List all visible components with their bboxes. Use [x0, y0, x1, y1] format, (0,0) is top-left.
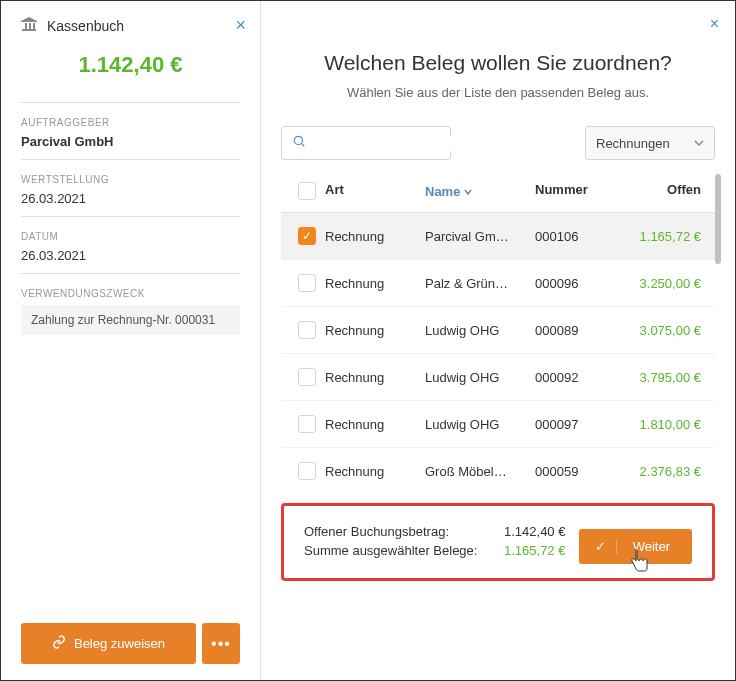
chevron-down-icon [694, 136, 704, 151]
field-value: 26.03.2021 [21, 191, 240, 206]
table-body: ✓RechnungParcival Gm…0001061.165,72 €Rec… [281, 213, 715, 493]
table-row[interactable]: RechnungLudwig OHG0000893.075,00 € [281, 307, 715, 354]
table-row[interactable]: RechnungLudwig OHG0000971.810,00 € [281, 401, 715, 448]
row-checkbox[interactable]: ✓ [298, 227, 316, 245]
row-checkbox[interactable] [298, 321, 316, 339]
filter-selected-label: Rechnungen [596, 136, 670, 151]
cell-nummer: 000106 [535, 229, 635, 244]
field-label: AUFTRAGGEBER [21, 117, 240, 128]
row-checkbox[interactable] [298, 274, 316, 292]
left-footer: Beleg zuweisen ••• [21, 623, 240, 664]
field-client: AUFTRAGGEBER Parcival GmbH [21, 102, 240, 159]
right-panel: × Welchen Beleg wollen Sie zuordnen? Wäh… [261, 1, 735, 680]
cell-offen: 1.165,72 € [635, 229, 707, 244]
cell-offen: 3.075,00 € [635, 323, 707, 338]
cell-art: Rechnung [325, 229, 425, 244]
cell-name: Groß Möbel… [425, 464, 535, 479]
next-button[interactable]: ✓ Weiter [579, 529, 692, 564]
left-header: Kassenbuch [21, 17, 240, 34]
close-icon[interactable]: × [710, 15, 719, 33]
row-checkbox[interactable] [298, 462, 316, 480]
check-icon: ✓ [585, 539, 617, 554]
row-checkbox[interactable] [298, 368, 316, 386]
open-amount-label: Offener Buchungsbetrag: [304, 524, 504, 539]
cell-art: Rechnung [325, 370, 425, 385]
more-actions-button[interactable]: ••• [202, 623, 240, 664]
controls-row: Rechnungen [281, 126, 715, 160]
col-offen[interactable]: Offen [635, 182, 707, 200]
amount-display: 1.142,40 € [21, 52, 240, 78]
cell-name: Parcival Gm… [425, 229, 535, 244]
purpose-input[interactable]: Zahlung zur Rechnung-Nr. 000031 [21, 305, 240, 335]
panel-title: Kassenbuch [47, 18, 124, 34]
selected-sum-label: Summe ausgewählter Belege: [304, 543, 504, 558]
col-name-label: Name [425, 184, 460, 199]
cell-nummer: 000097 [535, 417, 635, 432]
cell-art: Rechnung [325, 464, 425, 479]
search-icon [292, 134, 306, 152]
cell-nummer: 000092 [535, 370, 635, 385]
field-value: 26.03.2021 [21, 248, 240, 263]
page-subheading: Wählen Sie aus der Liste den passenden B… [281, 85, 715, 100]
field-label: WERTSTELLUNG [21, 174, 240, 185]
search-input[interactable] [312, 136, 480, 151]
page-heading: Welchen Beleg wollen Sie zuordnen? [281, 51, 715, 75]
cell-nummer: 000096 [535, 276, 635, 291]
left-panel: × Kassenbuch 1.142,40 € AUFTRAGGEBER Par… [1, 1, 261, 680]
table-row[interactable]: ✓RechnungParcival Gm…0001061.165,72 € [281, 213, 715, 260]
cell-offen: 3.250,00 € [635, 276, 707, 291]
cell-nummer: 000059 [535, 464, 635, 479]
scrollbar[interactable] [715, 174, 721, 493]
link-icon [52, 635, 66, 652]
select-all-checkbox[interactable] [298, 182, 316, 200]
next-button-label: Weiter [617, 539, 686, 554]
svg-line-1 [301, 143, 304, 146]
cell-name: Palz & Grün… [425, 276, 535, 291]
scroll-thumb[interactable] [715, 174, 721, 264]
cell-offen: 2.376,83 € [635, 464, 707, 479]
summary-box: Offener Buchungsbetrag: 1.142,40 € Summe… [281, 503, 715, 581]
assign-receipt-button[interactable]: Beleg zuweisen [21, 623, 196, 664]
cell-nummer: 000089 [535, 323, 635, 338]
selected-sum-value: 1.165,72 € [504, 543, 565, 558]
cell-name: Ludwig OHG [425, 417, 535, 432]
col-nummer[interactable]: Nummer [535, 182, 635, 200]
close-icon[interactable]: × [235, 15, 246, 36]
table-row[interactable]: RechnungGroß Möbel…0000592.376,83 € [281, 448, 715, 493]
table-row[interactable]: RechnungLudwig OHG0000923.795,00 € [281, 354, 715, 401]
cell-name: Ludwig OHG [425, 323, 535, 338]
field-label: DATUM [21, 231, 240, 242]
row-checkbox[interactable] [298, 415, 316, 433]
field-purpose: VERWENDUNGSZWECK Zahlung zur Rechnung-Nr… [21, 273, 240, 345]
svg-point-0 [294, 136, 302, 144]
assign-button-label: Beleg zuweisen [74, 636, 165, 651]
cell-art: Rechnung [325, 323, 425, 338]
field-datum: DATUM 26.03.2021 [21, 216, 240, 273]
cell-offen: 1.810,00 € [635, 417, 707, 432]
cell-art: Rechnung [325, 417, 425, 432]
field-wertstellung: WERTSTELLUNG 26.03.2021 [21, 159, 240, 216]
sort-icon [464, 184, 472, 199]
col-art[interactable]: Art [325, 182, 425, 200]
table-row[interactable]: RechnungPalz & Grün…0000963.250,00 € [281, 260, 715, 307]
table-header: Art Name Nummer Offen [281, 174, 715, 213]
cell-name: Ludwig OHG [425, 370, 535, 385]
filter-dropdown[interactable]: Rechnungen [585, 126, 715, 160]
receipts-table: Art Name Nummer Offen ✓RechnungParcival … [281, 174, 715, 493]
field-value: Parcival GmbH [21, 134, 240, 149]
col-name[interactable]: Name [425, 182, 535, 200]
cell-offen: 3.795,00 € [635, 370, 707, 385]
cell-art: Rechnung [325, 276, 425, 291]
open-amount-value: 1.142,40 € [504, 524, 565, 539]
bank-icon [21, 17, 37, 34]
search-input-wrap[interactable] [281, 126, 451, 160]
field-label: VERWENDUNGSZWECK [21, 288, 240, 299]
